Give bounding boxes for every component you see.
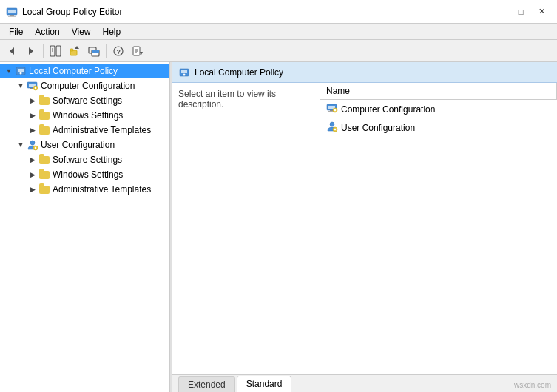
content-row-computer: Computer Configuration xyxy=(326,102,551,116)
tree-label-software-settings-2: Software Settings xyxy=(53,155,122,165)
tree-item-admin-templates-2[interactable]: ▶ Administrative Templates xyxy=(0,182,169,197)
tree-item-computer-config[interactable]: ▼ Computer Configuration xyxy=(0,78,169,93)
tree-item-admin-templates-1[interactable]: ▶ Administrative Templates xyxy=(0,123,169,138)
tree-label-windows-settings-1: Windows Settings xyxy=(53,110,123,121)
tree-expander-computer-config: ▼ xyxy=(15,80,27,92)
row-label-computer: Computer Configuration xyxy=(341,104,435,115)
tree-item-windows-settings-1[interactable]: ▶ Windows Settings xyxy=(0,108,169,123)
right-panel-header: Local Computer Policy xyxy=(172,62,557,83)
tree-expander-windows-2: ▶ xyxy=(27,169,38,180)
svg-point-25 xyxy=(20,72,22,75)
toolbar-forward[interactable] xyxy=(22,42,40,60)
description-text: Select an item to view its description. xyxy=(178,89,276,109)
tree-icon-folder-admin-1 xyxy=(38,124,50,136)
tree-expander-windows-1: ▶ xyxy=(27,109,38,121)
maximize-button[interactable]: □ xyxy=(511,4,530,19)
tree-icon-user-config xyxy=(27,139,38,151)
toolbar-sep-2 xyxy=(106,44,107,58)
toolbar-export[interactable] xyxy=(129,42,146,60)
tree-expander-root: ▼ xyxy=(3,65,15,77)
tree-icon-folder-windows-2 xyxy=(38,169,50,180)
tree-icon-root xyxy=(15,65,27,77)
app-icon xyxy=(6,6,18,18)
toolbar-new-window[interactable] xyxy=(85,42,103,60)
content-pane[interactable]: Name xyxy=(320,83,557,374)
tree-icon-computer-config xyxy=(27,80,38,92)
tree-label-admin-templates-2: Administrative Templates xyxy=(53,184,151,195)
tree-label-admin-templates-1: Administrative Templates xyxy=(53,125,151,135)
svg-point-31 xyxy=(35,87,36,89)
tree-label-root: Local Computer Policy xyxy=(29,66,118,76)
svg-point-37 xyxy=(183,73,186,75)
toolbar-help[interactable]: ? xyxy=(109,42,127,60)
menu-bar: File Action View Help xyxy=(0,24,557,40)
svg-point-46 xyxy=(334,129,336,130)
title-bar-controls: – □ ✕ xyxy=(490,4,551,19)
tree-label-software-settings-1: Software Settings xyxy=(53,95,122,106)
tree-label-computer-config: Computer Configuration xyxy=(41,81,135,91)
tree-expander-admin-2: ▶ xyxy=(27,183,38,195)
right-panel-title: Local Computer Policy xyxy=(195,67,283,78)
svg-rect-11 xyxy=(70,49,73,51)
toolbar-up-one-level[interactable] xyxy=(66,42,84,60)
row-icon-user xyxy=(326,121,338,135)
bottom-tabs: Extended Standard xyxy=(172,374,557,392)
tree-label-windows-settings-2: Windows Settings xyxy=(53,169,123,180)
svg-point-32 xyxy=(30,141,35,145)
tree-item-software-settings-2[interactable]: ▶ Software Settings xyxy=(0,152,169,167)
tree-expander-software-2: ▶ xyxy=(27,154,38,166)
column-name: Name xyxy=(320,83,557,100)
minimize-button[interactable]: – xyxy=(490,4,510,19)
tree: ▼ Local Computer Policy ▼ xyxy=(0,62,169,198)
row-label-user: User Configuration xyxy=(341,123,415,133)
tab-extended[interactable]: Extended xyxy=(178,376,235,392)
tree-icon-folder-software-2 xyxy=(38,154,50,166)
svg-point-44 xyxy=(330,122,334,126)
svg-text:?: ? xyxy=(117,48,121,55)
tree-item-user-config[interactable]: ▼ User Configuration xyxy=(0,138,169,152)
toolbar-back[interactable] xyxy=(3,42,21,60)
svg-rect-24 xyxy=(18,69,24,72)
tree-expander-software-1: ▶ xyxy=(27,95,38,107)
tree-item-software-settings-1[interactable]: ▶ Software Settings xyxy=(0,93,169,108)
tree-icon-folder-windows-1 xyxy=(38,109,50,121)
title-bar-left: Local Group Policy Editor xyxy=(6,6,122,18)
svg-rect-7 xyxy=(56,46,61,56)
svg-rect-1 xyxy=(8,10,16,13)
tree-expander-user-config: ▼ xyxy=(15,139,27,151)
content-table: Name xyxy=(320,83,557,137)
tree-icon-folder-software-1 xyxy=(38,95,50,107)
tree-item-root[interactable]: ▼ Local Computer Policy xyxy=(0,64,169,78)
svg-marker-22 xyxy=(140,52,143,55)
svg-rect-3 xyxy=(8,16,16,16)
table-row-user[interactable]: User Configuration xyxy=(320,118,557,137)
table-row-computer[interactable]: Computer Configuration xyxy=(320,100,557,119)
close-button[interactable]: ✕ xyxy=(532,4,551,19)
right-panel-header-icon xyxy=(178,67,190,78)
svg-point-34 xyxy=(35,147,36,149)
menu-view[interactable]: View xyxy=(66,25,97,38)
window-title: Local Group Policy Editor xyxy=(22,7,122,17)
svg-marker-5 xyxy=(29,47,33,55)
tab-standard[interactable]: Standard xyxy=(237,376,292,392)
svg-rect-2 xyxy=(10,15,14,16)
tree-icon-folder-admin-2 xyxy=(38,183,50,195)
right-panel: Local Computer Policy Select an item to … xyxy=(172,62,557,392)
toolbar-show-hide-tree[interactable] xyxy=(47,42,64,60)
tree-item-windows-settings-2[interactable]: ▶ Windows Settings xyxy=(0,167,169,182)
svg-point-43 xyxy=(334,109,336,111)
title-bar: Local Group Policy Editor – □ ✕ xyxy=(0,0,557,24)
svg-marker-4 xyxy=(10,47,14,55)
tree-expander-admin-1: ▶ xyxy=(27,124,38,136)
menu-file[interactable]: File xyxy=(3,25,29,38)
tree-label-user-config: User Configuration xyxy=(41,140,115,150)
svg-rect-36 xyxy=(181,70,187,73)
menu-help[interactable]: Help xyxy=(97,25,127,38)
svg-marker-12 xyxy=(75,46,79,49)
menu-action[interactable]: Action xyxy=(29,25,65,38)
right-panel-body: Select an item to view its description. … xyxy=(172,83,557,374)
toolbar: ? xyxy=(0,40,557,62)
description-pane: Select an item to view its description. xyxy=(172,83,320,374)
toolbar-sep-1 xyxy=(43,44,44,58)
watermark: wsxdn.com xyxy=(514,381,551,389)
